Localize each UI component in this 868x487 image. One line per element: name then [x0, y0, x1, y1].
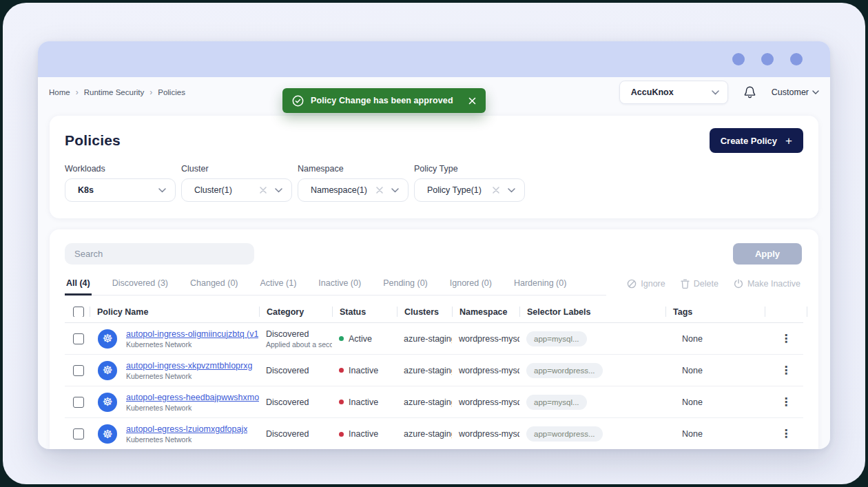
make-inactive-action[interactable]: Make Inactive: [734, 279, 800, 289]
tab-pending[interactable]: Pending (0): [382, 274, 429, 295]
user-menu[interactable]: Customer: [772, 87, 819, 97]
trash-icon: [681, 279, 690, 289]
row-checkbox[interactable]: [73, 333, 84, 344]
check-circle-icon: [292, 95, 304, 107]
clear-icon[interactable]: [376, 187, 383, 194]
row-checkbox[interactable]: [73, 397, 84, 408]
breadcrumb-runtime-security[interactable]: Runtime Security: [84, 88, 145, 96]
category-value: Discovered: [266, 429, 332, 439]
filter-namespace: Namespace Namespace(1): [298, 164, 409, 202]
breadcrumb-home[interactable]: Home: [49, 88, 70, 96]
tab-discovered[interactable]: Discovered (3): [111, 274, 169, 295]
ignore-action-label: Ignore: [641, 279, 665, 289]
clear-icon[interactable]: [493, 187, 499, 194]
kebab-menu-icon[interactable]: ⋮: [776, 394, 796, 411]
kubernetes-icon: ☸: [98, 361, 117, 380]
policy-name-link[interactable]: autopol-egress-heedbajpwwshxmo: [126, 393, 259, 402]
tab-active[interactable]: Active (1): [259, 274, 298, 295]
window-dot: [761, 53, 774, 65]
row-checkbox[interactable]: [73, 428, 84, 439]
category-subtext: Applied about a secon: [266, 340, 332, 349]
ignore-action[interactable]: Ignore: [627, 279, 665, 289]
selector-label-pill: app=mysql...: [526, 331, 587, 346]
plus-icon: +: [785, 135, 792, 147]
chevron-down-icon: [812, 90, 819, 94]
policy-name-link[interactable]: autopol-ingress-xkpvzmtbhloprxg: [126, 361, 252, 371]
column-header-namespace: Namespace: [452, 307, 519, 317]
category-value: Discovered: [266, 397, 332, 407]
policy-name-link[interactable]: autopol-ingress-oligmiincujzbtq (v1: [126, 329, 258, 339]
user-menu-label: Customer: [772, 87, 809, 97]
breadcrumb-separator: ›: [149, 87, 152, 97]
slash-circle-icon: [627, 279, 637, 289]
cluster-select-value: Cluster(1): [194, 185, 260, 195]
table-row: ☸ autopol-egress-heedbajpwwshxmo Kuberne…: [65, 386, 803, 418]
selector-label-pill: app=mysql...: [526, 395, 587, 410]
clusters-value: azure-staging: [397, 334, 452, 344]
create-policy-button[interactable]: Create Policy +: [710, 128, 803, 153]
close-icon[interactable]: [468, 97, 476, 105]
row-checkbox[interactable]: [73, 365, 84, 376]
policy-type-select-value: Policy Type(1): [427, 185, 493, 195]
policy-type-label: Kubernetes Network: [126, 435, 247, 444]
toast-notification: Policy Change has been approved: [282, 88, 486, 113]
status-value: Inactive: [349, 366, 378, 375]
table-header: Policy Name Category Status Clusters Nam…: [65, 301, 803, 323]
delete-action-label: Delete: [694, 279, 719, 289]
window-dot: [732, 53, 745, 65]
tab-changed[interactable]: Changed (0): [189, 274, 240, 295]
tenant-select[interactable]: AccuKnox: [619, 81, 728, 104]
bell-icon[interactable]: [743, 85, 756, 99]
cluster-select[interactable]: Cluster(1): [181, 178, 292, 202]
tab-ignored[interactable]: Ignored (0): [448, 274, 493, 295]
tenant-select-value: AccuKnox: [631, 87, 674, 97]
make-inactive-action-label: Make Inactive: [747, 279, 800, 289]
clear-icon[interactable]: [260, 187, 267, 194]
breadcrumb-policies[interactable]: Policies: [158, 88, 185, 96]
filter-label: Cluster: [181, 164, 292, 174]
kubernetes-icon: ☸: [98, 393, 117, 412]
policy-type-label: Kubernetes Network: [126, 404, 259, 412]
policy-type-select[interactable]: Policy Type(1): [414, 178, 525, 202]
search-input[interactable]: [65, 243, 254, 265]
chevron-down-icon: [712, 90, 719, 95]
apply-button[interactable]: Apply: [733, 243, 802, 265]
kebab-menu-icon[interactable]: ⋮: [776, 362, 796, 379]
delete-action[interactable]: Delete: [681, 279, 719, 289]
toast-message: Policy Change has been approved: [311, 96, 453, 105]
bulk-actions: Ignore Delete Make Inactive: [606, 279, 803, 296]
tags-value: None: [665, 334, 765, 344]
status-dot: [339, 368, 344, 373]
window-dot: [790, 53, 803, 65]
select-all-checkbox[interactable]: [73, 307, 84, 317]
workloads-select[interactable]: K8s: [65, 178, 176, 202]
table-row: ☸ autopol-egress-lzuiomxgdfopajx Kuberne…: [65, 418, 803, 449]
namespace-value: wordpress-mysql: [452, 366, 519, 375]
kubernetes-icon: ☸: [98, 424, 117, 444]
power-icon: [734, 279, 743, 289]
namespace-value: wordpress-mysql: [452, 397, 519, 407]
chevron-down-icon: [275, 188, 282, 193]
clusters-value: azure-staging: [397, 366, 452, 375]
page-title: Policies: [65, 132, 121, 149]
selector-label-pill: app=wordpress...: [526, 363, 603, 378]
window-title-band: [38, 41, 830, 77]
column-header-status: Status: [332, 307, 397, 317]
tab-inactive[interactable]: Inactive (0): [317, 274, 362, 295]
namespace-select[interactable]: Namespace(1): [298, 178, 409, 202]
tab-all[interactable]: All (4): [65, 274, 92, 296]
top-right-controls: AccuKnox Customer: [619, 81, 819, 104]
tab-list: All (4) Discovered (3) Changed (0) Activ…: [65, 274, 606, 296]
namespace-select-value: Namespace(1): [311, 185, 376, 195]
tab-hardening[interactable]: Hardening (0): [513, 274, 568, 295]
filter-workloads: Workloads K8s: [65, 164, 176, 202]
filter-label: Policy Type: [414, 164, 525, 174]
policy-name-link[interactable]: autopol-egress-lzuiomxgdfopajx: [126, 424, 247, 434]
namespace-value: wordpress-mysql: [452, 429, 519, 439]
create-policy-label: Create Policy: [721, 136, 777, 146]
filter-row: Workloads K8s Cluster Cluster(1): [65, 164, 803, 202]
kebab-menu-icon[interactable]: ⋮: [776, 426, 796, 442]
kebab-menu-icon[interactable]: ⋮: [776, 331, 796, 347]
tags-value: None: [665, 366, 765, 375]
policy-type-label: Kubernetes Network: [126, 372, 252, 380]
